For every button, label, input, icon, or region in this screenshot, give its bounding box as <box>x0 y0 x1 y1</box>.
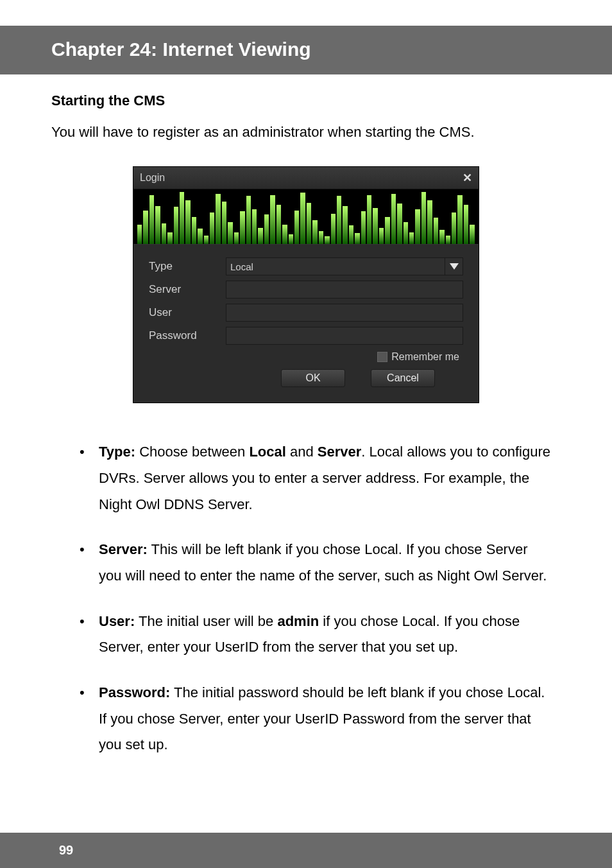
close-icon[interactable]: ✕ <box>463 171 472 185</box>
bullet-user: User: The initial user will be admin if … <box>80 609 554 661</box>
footer-bar: 99 <box>0 833 612 868</box>
bullet-user-label: User: <box>99 613 135 629</box>
bullet-type-t2: and <box>286 444 318 460</box>
bullet-server-text: This will be left blank if you chose Loc… <box>99 541 547 584</box>
bullet-password: Password: The initial password should be… <box>80 680 554 758</box>
svg-marker-0 <box>450 263 459 270</box>
button-row: OK Cancel <box>149 369 463 392</box>
page-number: 99 <box>59 843 73 857</box>
waveform-banner <box>133 189 479 245</box>
user-input[interactable] <box>226 304 463 322</box>
bullet-password-label: Password: <box>99 684 170 700</box>
row-server: Server <box>149 281 463 299</box>
bullet-type-b1: Local <box>249 444 285 460</box>
bullet-server-label: Server: <box>99 541 148 557</box>
label-user: User <box>149 306 226 319</box>
login-title-text: Login <box>140 172 165 184</box>
section-heading: Starting the CMS <box>51 92 561 109</box>
bullet-type-label: Type: <box>99 444 135 460</box>
row-type: Type Local <box>149 257 463 275</box>
bullet-list: Type: Choose between Local and Server. L… <box>51 439 561 758</box>
login-dialog-wrap: Login ✕ <box>51 166 561 403</box>
bullet-server: Server: This will be left blank if you c… <box>80 537 554 589</box>
login-form: Type Local Server <box>133 245 479 403</box>
password-input[interactable] <box>226 327 463 345</box>
chapter-header-bar: Chapter 24: Internet Viewing <box>0 26 612 74</box>
chapter-title: Chapter 24: Internet Viewing <box>51 39 594 60</box>
bullet-user-t1: The initial user will be <box>135 613 277 629</box>
bullet-type-b2: Server <box>318 444 362 460</box>
chevron-down-icon <box>445 257 463 275</box>
bullet-type: Type: Choose between Local and Server. L… <box>80 439 554 517</box>
label-type: Type <box>149 260 226 273</box>
ok-button[interactable]: OK <box>281 369 345 387</box>
intro-text: You will have to register as an administ… <box>51 121 561 143</box>
row-password: Password <box>149 327 463 345</box>
content-area: Starting the CMS You will have to regist… <box>0 74 612 758</box>
cancel-button[interactable]: Cancel <box>371 369 435 387</box>
row-user: User <box>149 304 463 322</box>
label-password: Password <box>149 329 226 342</box>
remember-row: Remember me <box>149 351 459 363</box>
type-select-value: Local <box>230 261 253 272</box>
login-titlebar: Login ✕ <box>133 167 479 189</box>
bullet-user-b1: admin <box>277 613 319 629</box>
label-server: Server <box>149 283 226 296</box>
type-select[interactable]: Local <box>226 257 463 275</box>
server-input[interactable] <box>226 281 463 299</box>
remember-checkbox[interactable] <box>377 352 387 362</box>
page: Chapter 24: Internet Viewing Starting th… <box>0 0 612 868</box>
remember-label: Remember me <box>391 351 459 363</box>
login-dialog: Login ✕ <box>133 166 479 403</box>
bullet-type-t1: Choose between <box>135 444 249 460</box>
